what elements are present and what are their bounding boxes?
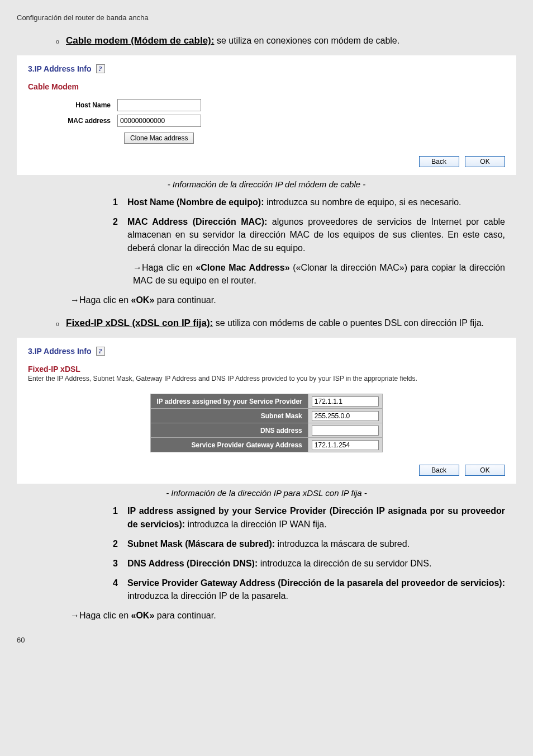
help-icon[interactable]: ? (96, 64, 105, 73)
list-item: 2 MAC Address (Dirección MAC): algunos p… (113, 215, 505, 254)
table-row: DNS address (151, 423, 383, 438)
cm-caption: - Información de la dirección IP del mód… (17, 179, 516, 189)
item-text: introduzca la dirección IP WAN fija. (185, 519, 326, 529)
cm-num-list: 1 Host Name (Nombre de equipo): introduz… (113, 196, 505, 254)
cable-modem-subsection: Cable Modem (28, 82, 505, 91)
back-button[interactable]: Back (419, 156, 459, 167)
num-marker: 4 (113, 577, 121, 602)
ok-text: para continuar. (154, 611, 216, 620)
item-bold: Service Provider Gateway Address (Direcc… (127, 578, 505, 588)
gateway-input[interactable] (312, 440, 379, 450)
page-header: Configuración del router de banda ancha (17, 13, 516, 22)
cm-button-row: Back OK (28, 156, 505, 167)
table-row: IP address assigned by your Service Prov… (151, 394, 383, 409)
arrow-icon: →Haga clic en (133, 263, 196, 272)
list-item: 1 IP address assigned by your Service Pr… (113, 504, 505, 530)
ip-info-title: 3.IP Address Info ? (28, 64, 505, 73)
mac-input[interactable] (117, 115, 201, 127)
table-row: Service Provider Gateway Address (151, 438, 383, 452)
num-marker: 1 (113, 196, 121, 209)
ok-bold: «OK» (131, 295, 155, 305)
dns-input[interactable] (312, 426, 379, 436)
dns-label: DNS address (151, 423, 308, 438)
fi-ok-instruction: →Haga clic en «OK» para continuar. (70, 609, 516, 622)
item-text: introduzca la máscara de subred. (275, 539, 410, 549)
bullet-marker: o (56, 37, 59, 46)
arrow-icon: →Haga clic en (70, 295, 131, 305)
list-item: 2 Subnet Mask (Máscara de subred): intro… (113, 537, 505, 550)
item-text: introduzca su nombre de equipo, si es ne… (264, 197, 461, 207)
host-name-label: Host Name (28, 101, 117, 109)
arrow-icon: →Haga clic en (70, 611, 131, 620)
ok-button[interactable]: OK (465, 156, 505, 167)
fi-button-row: Back OK (28, 465, 505, 476)
ip-info-title-text: 3.IP Address Info (28, 64, 92, 73)
help-icon[interactable]: ? (96, 347, 105, 356)
subnet-input[interactable] (312, 411, 379, 421)
cable-modem-rest: se utiliza en conexiones con módem de ca… (214, 36, 399, 45)
bullet-marker: o (56, 320, 59, 328)
host-name-row: Host Name (28, 99, 505, 111)
list-item: 1 Host Name (Nombre de equipo): introduz… (113, 196, 505, 209)
ip-info-title-text-2: 3.IP Address Info (28, 347, 92, 356)
clone-mac-instruction: →Haga clic en «Clone Mac Address» («Clon… (133, 261, 505, 287)
list-item: 4 Service Provider Gateway Address (Dire… (113, 577, 505, 602)
ip-assigned-input[interactable] (312, 396, 379, 407)
num-marker: 3 (113, 557, 121, 570)
gateway-label: Service Provider Gateway Address (151, 438, 308, 452)
table-row: Subnet Mask (151, 409, 383, 423)
ip-assigned-label: IP address assigned by your Service Prov… (151, 394, 308, 409)
item-bold: Subnet Mask (Máscara de subred): (127, 539, 275, 549)
num-marker: 2 (113, 537, 121, 550)
item-text: introduzca la dirección de su servidor D… (258, 559, 431, 568)
cable-modem-panel: 3.IP Address Info ? Cable Modem Host Nam… (17, 55, 516, 175)
mac-label: MAC address (28, 117, 117, 125)
ip-info-title-2: 3.IP Address Info ? (28, 347, 505, 356)
cable-modem-title: Cable modem (Módem de cable): (66, 35, 214, 46)
fi-num-list: 1 IP address assigned by your Service Pr… (113, 504, 505, 602)
num-marker: 2 (113, 215, 121, 254)
fixed-ip-bullet: o Fixed-IP xDSL (xDSL con IP fija): se u… (56, 318, 516, 329)
page-number: 60 (17, 636, 516, 644)
fixed-ip-title: Fixed-IP xDSL (xDSL con IP fija): (66, 318, 213, 328)
fixed-ip-subsection: Fixed-IP xDSL (28, 365, 505, 374)
item-text: introduzca la dirección IP de la pasarel… (127, 591, 288, 601)
ok-text: para continuar. (154, 295, 216, 305)
item-bold: MAC Address (Dirección MAC): (127, 217, 267, 226)
host-name-input[interactable] (117, 99, 201, 111)
item-bold: DNS Address (Dirección DNS): (127, 559, 258, 568)
clone-mac-bold: «Clone Mac Address» (196, 263, 289, 272)
subnet-label: Subnet Mask (151, 409, 308, 423)
clone-mac-button[interactable]: Clone Mac address (124, 133, 194, 144)
num-marker: 1 (113, 504, 121, 530)
ip-table: IP address assigned by your Service Prov… (150, 394, 383, 452)
back-button[interactable]: Back (419, 465, 459, 476)
list-item: 3 DNS Address (Dirección DNS): introduzc… (113, 557, 505, 570)
ok-bold: «OK» (131, 611, 155, 620)
mac-row: MAC address (28, 115, 505, 127)
item-bold: Host Name (Nombre de equipo): (127, 197, 264, 207)
fixed-ip-panel: 3.IP Address Info ? Fixed-IP xDSL Enter … (17, 338, 516, 484)
fixed-ip-rest: se utiliza con módems de cable o puentes… (213, 318, 484, 328)
fi-caption: - Información de la dirección IP para xD… (17, 488, 516, 498)
cable-modem-bullet: o Cable modem (Módem de cable): se utili… (56, 35, 516, 46)
cm-ok-instruction: →Haga clic en «OK» para continuar. (70, 294, 516, 306)
ok-button[interactable]: OK (465, 465, 505, 476)
fixed-ip-desc: Enter the IP Address, Subnet Mask, Gatew… (28, 375, 505, 382)
